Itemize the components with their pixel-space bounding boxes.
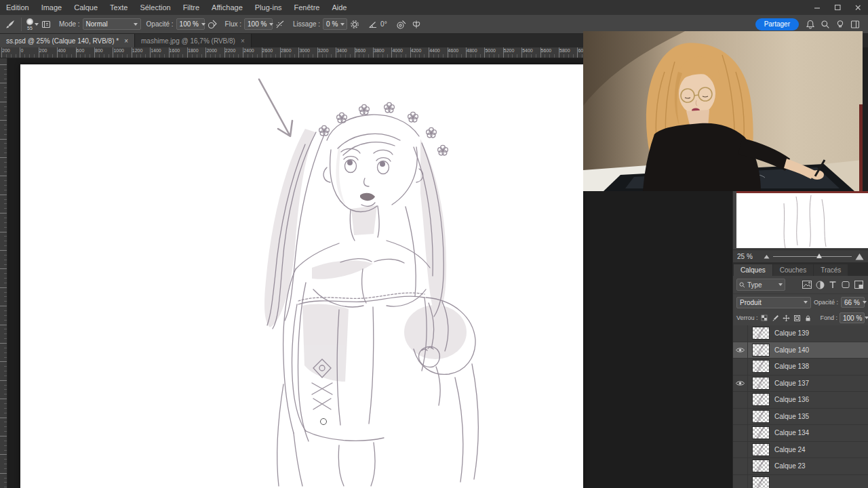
layer-thumbnail[interactable]	[752, 344, 770, 357]
layer-thumbnail[interactable]	[752, 460, 770, 472]
fill-field[interactable]: 100 %	[840, 312, 865, 323]
ruler-label: 0	[20, 48, 23, 53]
lock-label: Verrou :	[736, 314, 758, 321]
blend-mode-select[interactable]: Produit	[736, 297, 811, 308]
menu-calque[interactable]: Calque	[68, 0, 104, 15]
menu-image[interactable]: Image	[35, 0, 68, 15]
filter-smart-objects-icon[interactable]	[852, 279, 865, 291]
pressure-opacity-icon[interactable]	[205, 17, 220, 32]
mode-select[interactable]: Normal	[83, 18, 141, 30]
workspace-switcher-icon[interactable]	[848, 17, 863, 32]
minimize-button[interactable]	[807, 0, 827, 15]
layer-visibility-toggle[interactable]	[733, 392, 748, 408]
close-tab-icon[interactable]: ×	[124, 37, 128, 45]
layer-thumbnail[interactable]	[752, 476, 770, 488]
filter-type-layers-icon[interactable]	[827, 279, 839, 291]
airbrush-icon[interactable]	[273, 17, 288, 32]
pressure-size-icon[interactable]	[394, 17, 409, 32]
layer-visibility-toggle[interactable]	[733, 442, 748, 458]
lock-paint-icon[interactable]	[771, 314, 780, 323]
brush-angle-control[interactable]: 0°	[368, 19, 387, 29]
lock-transparency-icon[interactable]	[760, 314, 769, 323]
layer-thumbnail[interactable]	[752, 426, 770, 439]
lock-row: Verrou : Fond : 100 %	[733, 310, 868, 325]
brush-preset-picker[interactable]: 55	[26, 18, 33, 30]
layer-row[interactable]	[733, 475, 868, 488]
layer-thumbnail[interactable]	[752, 443, 770, 456]
zoom-slider-thumb[interactable]	[816, 253, 822, 258]
zoom-slider[interactable]	[773, 256, 852, 257]
search-icon[interactable]	[818, 17, 833, 32]
panel-tab-tracés[interactable]: Tracés	[814, 264, 848, 276]
layer-visibility-toggle[interactable]	[733, 342, 748, 359]
layer-thumbnail[interactable]	[752, 393, 770, 406]
menu-texte[interactable]: Texte	[104, 0, 134, 15]
layer-row[interactable]: Calque 138	[733, 359, 868, 375]
lock-all-icon[interactable]	[804, 314, 812, 323]
filter-adjustment-layers-icon[interactable]	[814, 279, 826, 291]
vertical-ruler[interactable]	[0, 58, 7, 488]
layer-row[interactable]: Calque 139	[733, 325, 868, 342]
layer-row[interactable]: Calque 24	[733, 442, 868, 459]
layer-visibility-toggle[interactable]	[733, 458, 748, 474]
lock-position-icon[interactable]	[782, 314, 791, 323]
share-button[interactable]: Partager	[755, 18, 799, 30]
maximize-button[interactable]	[827, 0, 848, 15]
menu-aide[interactable]: Aide	[326, 0, 353, 15]
layer-row[interactable]: Calque 136	[733, 392, 868, 409]
filter-pixel-layers-icon[interactable]	[801, 279, 813, 291]
search-icon	[739, 282, 745, 288]
gear-icon[interactable]	[347, 17, 362, 32]
ruler-label: 3600	[355, 48, 366, 53]
menu-fenêtre[interactable]: Fenêtre	[288, 0, 326, 15]
layer-row[interactable]: Calque 135	[733, 409, 868, 426]
layer-visibility-toggle[interactable]	[733, 409, 748, 425]
layer-row[interactable]: Calque 137	[733, 375, 868, 392]
filter-type-value: Type	[747, 281, 762, 289]
zoom-out-icon[interactable]	[764, 253, 770, 259]
document-canvas[interactable]	[20, 64, 583, 488]
layer-thumbnail[interactable]	[752, 410, 770, 423]
menu-edition[interactable]: Edition	[0, 0, 35, 15]
symmetry-icon[interactable]	[409, 17, 424, 32]
layer-thumbnail[interactable]	[752, 377, 770, 390]
layer-thumbnail[interactable]	[752, 360, 770, 373]
layer-row[interactable]: Calque 134	[733, 425, 868, 442]
layer-visibility-toggle[interactable]	[733, 425, 748, 441]
smoothing-field[interactable]: 0 %	[323, 18, 347, 30]
close-tab-icon[interactable]: ×	[241, 37, 245, 45]
brush-settings-panel-icon[interactable]	[39, 17, 54, 32]
menu-sélection[interactable]: Sélection	[134, 0, 176, 15]
layer-visibility-toggle[interactable]	[733, 359, 748, 375]
opacity-field[interactable]: 100 %	[176, 18, 205, 30]
layer-opacity-field[interactable]: 66 %	[841, 297, 865, 308]
brush-cursor	[321, 419, 327, 425]
layer-visibility-toggle[interactable]	[733, 325, 748, 342]
document-tab[interactable]: ss.psd @ 25% (Calque 140, RVB/8) *×	[0, 34, 135, 47]
close-button[interactable]	[848, 0, 868, 15]
layer-visibility-toggle[interactable]	[733, 375, 748, 392]
brush-tip-icon	[26, 18, 33, 25]
flow-field[interactable]: 100 %	[244, 18, 273, 30]
panel-tab-calques[interactable]: Calques	[734, 264, 772, 276]
filter-type-select[interactable]: Type	[736, 279, 785, 291]
zoom-in-icon[interactable]	[855, 253, 864, 260]
notifications-bell-icon[interactable]	[803, 17, 818, 32]
ruler-label: 5600	[541, 48, 552, 53]
menu-filtre[interactable]: Filtre	[177, 0, 205, 15]
brush-tool-icon[interactable]	[3, 17, 18, 32]
filter-shape-layers-icon[interactable]	[840, 279, 852, 291]
menu-affichage[interactable]: Affichage	[205, 0, 249, 15]
document-tab[interactable]: mashime.jpg @ 16,7% (RVB/8)×	[135, 34, 252, 47]
layer-row[interactable]: Calque 23	[733, 458, 868, 475]
panel-tab-couches[interactable]: Couches	[773, 264, 813, 276]
discover-lightbulb-icon[interactable]	[833, 17, 848, 32]
layer-thumbnail[interactable]	[752, 327, 770, 340]
ruler-label: 1000	[113, 48, 124, 53]
navigator-thumbnail[interactable]	[736, 191, 868, 248]
chevron-down-icon	[134, 23, 138, 26]
menu-plug-ins[interactable]: Plug-ins	[249, 0, 288, 15]
layer-visibility-toggle[interactable]	[733, 475, 748, 488]
lock-artboard-icon[interactable]	[793, 314, 802, 323]
layer-row[interactable]: Calque 140	[733, 342, 868, 359]
